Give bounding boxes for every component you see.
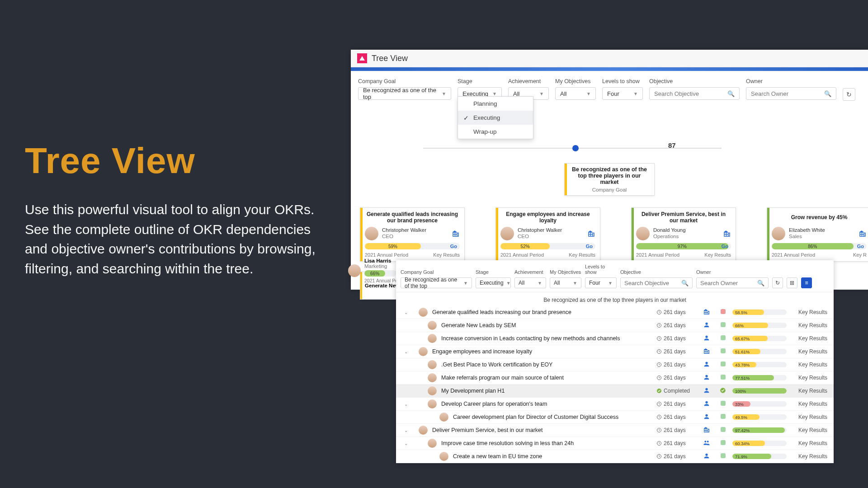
row-title: Deliver Premium Service, best in our mar… [432, 427, 652, 433]
list-view-toggle[interactable]: ≡ [801, 277, 812, 288]
key-results-link[interactable]: Key Results [791, 388, 827, 394]
achievement-select-2[interactable]: All▼ [514, 277, 546, 288]
objective-row[interactable]: Generate New Leads by SEM 261 days 66% K… [396, 319, 834, 332]
key-results-link[interactable]: Key Results [791, 335, 827, 342]
tree-view-toggle[interactable]: ⊞ [787, 277, 797, 288]
avatar [428, 360, 437, 369]
objective-row[interactable]: ⌄ Generate qualified leads increasing ou… [396, 306, 834, 319]
objective-row[interactable]: Career development plan for Director of … [396, 411, 834, 424]
key-results-link[interactable]: Key Results [791, 414, 827, 420]
avatar [439, 452, 448, 461]
objective-row[interactable]: ⌄ Engage employees and increase loyalty … [396, 345, 834, 358]
row-days: 261 days [656, 414, 695, 420]
slider-value: 87 [668, 141, 676, 149]
objective-search-2[interactable]: 🔍 [620, 277, 693, 288]
go-link[interactable]: Go [722, 243, 728, 249]
card-role: Operations [653, 234, 719, 240]
levels-select-2[interactable]: Four▼ [585, 277, 617, 288]
expand-icon[interactable]: ⌄ [402, 402, 410, 407]
root-goal-card[interactable]: Be recognized as one of the top three pl… [564, 163, 655, 196]
filters-bar-2: Company Goal Be recognized as one of the… [396, 260, 834, 292]
company-goal-select[interactable]: Be recognized as one of the top▼ [358, 87, 451, 100]
progress-bar: 71.9% [732, 454, 787, 459]
row-days: Completed [656, 388, 695, 394]
row-days: 261 days [656, 322, 695, 328]
key-results-link[interactable]: Key Results [791, 348, 827, 355]
side-owner-chip: Lisa Harris Marketing 66% 2021 Annual Pe [348, 258, 398, 283]
objective-row[interactable]: .Get Best Place to Work certification by… [396, 358, 834, 371]
stage-option-planning[interactable]: Planning [458, 97, 533, 111]
company-goal-select-2[interactable]: Be recognized as one of the top▼ [401, 277, 472, 288]
status-dot [718, 453, 728, 460]
hero-title: Tree View [25, 140, 328, 182]
card-keyresults[interactable]: Key Results [704, 252, 731, 258]
card-owner: Elizabeth White [789, 227, 855, 234]
owner-input[interactable] [751, 90, 822, 97]
objective-row[interactable]: Create a new team in EU time zone 261 da… [396, 450, 834, 463]
my-objectives-select-2[interactable]: All▼ [550, 277, 581, 288]
row-title: .Get Best Place to Work certification by… [441, 361, 652, 368]
key-results-link[interactable]: Key Results [791, 361, 827, 368]
owner-search-2[interactable]: 🔍 [696, 277, 769, 288]
key-results-link[interactable]: Key Results [791, 375, 827, 381]
row-days: 261 days [656, 309, 695, 315]
owner-search[interactable]: 🔍 [746, 87, 836, 100]
objective-row[interactable]: Make referrals program our main source o… [396, 371, 834, 385]
go-link[interactable]: Go [857, 243, 864, 249]
status-dot [718, 427, 728, 433]
objective-search[interactable]: 🔍 [649, 87, 740, 100]
slider-handle[interactable] [572, 145, 579, 151]
objective-row[interactable]: ⌄ Deliver Premium Service, best in our m… [396, 424, 834, 437]
row-title: Create a new team in EU time zone [453, 453, 652, 460]
progress-bar: 60.34% [732, 441, 787, 446]
refresh-button[interactable]: ↻ [843, 88, 855, 101]
key-results-link[interactable]: Key Results [791, 401, 827, 407]
key-results-link[interactable]: Key Results [791, 427, 827, 433]
objective-row[interactable]: My Development plan H1 Completed 100% Ke… [396, 385, 834, 398]
my-objectives-select[interactable]: All▼ [555, 87, 596, 100]
refresh-button-2[interactable]: ↻ [772, 277, 783, 288]
objective-card[interactable]: Engage employees and increase loyalty Ch… [495, 207, 600, 262]
achievement-label: Achievement [508, 78, 549, 84]
card-title: Generate qualified leads increasing our … [365, 211, 460, 224]
card-owner: Donald Young [653, 227, 719, 234]
my-objectives-label: My Objectives [555, 78, 596, 84]
avatar [500, 227, 514, 240]
avatar [428, 321, 437, 330]
stage-option-executing[interactable]: Executing [458, 111, 533, 125]
expand-icon[interactable]: ⌄ [402, 349, 410, 354]
key-results-link[interactable]: Key Results [791, 453, 827, 460]
stage-select-2[interactable]: Executing▼ [476, 277, 511, 288]
objective-card[interactable]: Grow revenue by 45% Elizabeth WhiteSales… [767, 207, 868, 262]
stage-option-wrapup[interactable]: Wrap-up [458, 125, 533, 139]
card-keyresults[interactable]: Key Results [569, 252, 595, 258]
objective-row[interactable]: ⌄ Improve case time resolution solving i… [396, 437, 834, 450]
levels-select[interactable]: Four▼ [602, 87, 643, 100]
key-results-link[interactable]: Key Results [791, 322, 827, 328]
status-dot [718, 375, 728, 381]
levels-label: Levels to show [602, 78, 643, 84]
card-keyresults[interactable]: Key R [853, 252, 867, 258]
objective-row[interactable]: Increase conversion in Leads contacting … [396, 332, 834, 345]
key-results-link[interactable]: Key Results [791, 309, 827, 315]
status-dot [718, 309, 728, 315]
card-role: CEO [382, 234, 448, 240]
side-owner-name: Lisa Harris [364, 258, 398, 263]
row-title: Engage employees and increase loyalty [432, 348, 652, 355]
status-dot [718, 414, 728, 420]
expand-icon[interactable]: ⌄ [402, 310, 410, 315]
objective-card[interactable]: Generate qualified leads increasing our … [360, 207, 465, 262]
card-keyresults[interactable]: Key Results [433, 252, 460, 258]
objective-input[interactable] [654, 90, 726, 97]
row-title: Career development plan for Director of … [453, 414, 652, 420]
go-link[interactable]: Go [450, 243, 457, 249]
avatar [428, 399, 437, 408]
expand-icon[interactable]: ⌄ [402, 441, 410, 446]
objective-card[interactable]: Deliver Premium Service, best in our mar… [631, 207, 736, 262]
objective-row[interactable]: ⌄ Develop Career plans for operation's t… [396, 398, 834, 411]
card-period: 2021 Annual Period [636, 252, 679, 258]
card-owner: Christopher Walker [382, 227, 448, 234]
key-results-link[interactable]: Key Results [791, 440, 827, 446]
go-link[interactable]: Go [586, 243, 593, 249]
expand-icon[interactable]: ⌄ [402, 428, 410, 433]
